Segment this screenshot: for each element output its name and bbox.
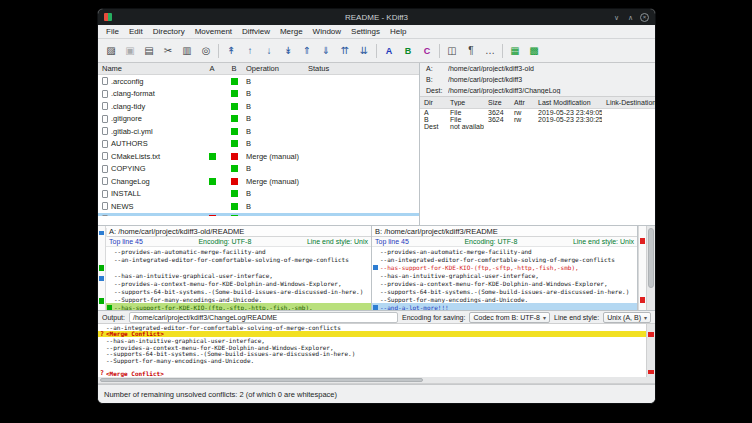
menu-item[interactable]: Window — [308, 27, 346, 36]
column-header-dir[interactable]: Dir — [420, 99, 446, 106]
menu-item[interactable]: Directory — [148, 27, 190, 36]
go-prev-unsolved-conflict-icon[interactable]: ⇈ — [336, 42, 354, 60]
diff-mark — [373, 305, 378, 310]
line-end-select[interactable]: Unix (A, B) ▾ — [603, 312, 651, 323]
column-header-status[interactable]: Status — [308, 64, 419, 73]
file-row[interactable]: .gitignore B — [98, 113, 419, 126]
file-row[interactable]: README Merge (manual) In progress... — [98, 213, 419, 217]
b-state-cell — [222, 103, 246, 110]
chevron-down-icon: ▾ — [543, 314, 546, 321]
go-first-delta-icon[interactable]: ↟ — [222, 42, 240, 60]
menu-item[interactable]: File — [101, 27, 124, 36]
file-row[interactable]: COPYING B — [98, 163, 419, 176]
diff-overview-column[interactable] — [98, 226, 106, 310]
diff-mark — [107, 297, 112, 302]
column-header-type[interactable]: Type — [446, 99, 484, 106]
dir-merge-icon[interactable]: ▩ — [525, 42, 543, 60]
menu-item[interactable]: Edit — [124, 27, 148, 36]
b-state-square — [231, 140, 238, 147]
maximize-button[interactable]: ∧ — [626, 13, 635, 22]
column-header-operation[interactable]: Operation — [246, 64, 308, 73]
dir-rescan-icon[interactable]: ▦ — [506, 42, 524, 60]
file-name-cell: .gitignore — [98, 114, 202, 123]
diff-overview-mark — [99, 298, 104, 304]
word-wrap-icon[interactable]: ¶ — [462, 42, 480, 60]
overflow-menu-icon[interactable]: … — [481, 42, 499, 60]
pane-a-title[interactable]: A: /home/carl/project/kdiff3-old/README — [106, 226, 371, 237]
go-next-unsolved-conflict-icon[interactable]: ⇊ — [355, 42, 373, 60]
column-header-link-destination[interactable]: Link-Destination — [602, 99, 655, 106]
b-state-square — [231, 190, 238, 197]
type-cell: File — [446, 109, 484, 116]
b-state-cell — [222, 140, 246, 147]
operation-cell: B — [246, 202, 308, 211]
copy-icon[interactable]: ▥ — [178, 42, 196, 60]
info-row: B File 3624 rw 2019-05-23 23:30:25 — [420, 116, 655, 123]
column-header-size[interactable]: Size — [484, 99, 510, 106]
split-view-icon[interactable]: ◫ — [443, 42, 461, 60]
pane-b-title[interactable]: B: /home/carl/project/kdiff3/README — [372, 226, 637, 237]
file-icon — [102, 177, 108, 185]
toolbar-file-group: ▨▣▤✂▥◎ — [102, 42, 215, 60]
file-icon — [102, 90, 108, 98]
open-icon[interactable]: ▨ — [102, 42, 120, 60]
code-line: --an-integrated-editor-for-comfortable-s… — [106, 255, 371, 263]
save-icon[interactable]: ▣ — [121, 42, 139, 60]
close-button[interactable]: × — [640, 13, 649, 22]
scrollbar-thumb[interactable] — [100, 378, 423, 382]
column-header-b[interactable]: B — [222, 64, 246, 73]
go-prev-delta-icon[interactable]: ↑ — [241, 42, 259, 60]
column-header-attr[interactable]: Attr — [510, 99, 534, 106]
file-row[interactable]: CMakeLists.txt Merge (manual) — [98, 150, 419, 163]
a-state-square — [209, 165, 216, 172]
print-icon[interactable]: ▤ — [140, 42, 158, 60]
menu-item[interactable]: Settings — [346, 27, 385, 36]
status-bar: Number of remaining unsolved conflicts: … — [98, 384, 655, 403]
choose-a-icon[interactable]: A — [380, 42, 398, 60]
file-icon — [102, 77, 108, 85]
file-row[interactable]: ChangeLog Merge (manual) — [98, 175, 419, 188]
menu-item[interactable]: Help — [385, 27, 411, 36]
go-next-delta-icon[interactable]: ↓ — [260, 42, 278, 60]
output-scrollbar[interactable] — [646, 324, 655, 377]
pane-a-text[interactable]: --provides-an-automatic-merge-facility-a… — [106, 247, 371, 310]
menu-item[interactable]: Diffview — [237, 27, 275, 36]
encoding-select[interactable]: Codec from B: UTF-8 ▾ — [469, 312, 550, 323]
file-row[interactable]: AUTHORS B — [98, 138, 419, 151]
merge-overview-column[interactable] — [638, 226, 646, 310]
toolbar-separator — [502, 44, 503, 58]
a-state-square — [209, 140, 216, 147]
output-line — [98, 364, 646, 371]
pane-b-text[interactable]: --provides-an-automatic-merge-facility-a… — [372, 247, 637, 310]
file-row[interactable]: .clang-tidy B — [98, 100, 419, 113]
file-row[interactable]: INSTALL B — [98, 188, 419, 201]
file-row[interactable]: .gitlab-ci.yml B — [98, 125, 419, 138]
go-next-conflict-icon[interactable]: ⇓ — [317, 42, 335, 60]
output-editor[interactable]: --an-integrated-editor-for-comfortable-s… — [98, 324, 646, 377]
menu-item[interactable]: Merge — [275, 27, 308, 36]
diff-scrollbar[interactable] — [646, 226, 655, 310]
menu-item[interactable]: Movement — [190, 27, 237, 36]
scrollbar-thumb[interactable] — [648, 228, 654, 288]
titlebar[interactable]: README - KDiff3 ∨ ∧ × — [98, 9, 655, 25]
file-row[interactable]: .clang-format B — [98, 88, 419, 101]
path-label: Dest: — [426, 87, 448, 94]
column-header-name[interactable]: Name — [98, 64, 202, 73]
file-row[interactable]: .arcconfig B — [98, 75, 419, 88]
find-icon[interactable]: ◎ — [197, 42, 215, 60]
conflict-overview-mark — [640, 238, 645, 245]
column-header-last-modification[interactable]: Last Modification — [534, 99, 602, 106]
window-controls: ∨ ∧ × — [612, 13, 649, 22]
choose-c-icon[interactable]: C — [418, 42, 436, 60]
file-row[interactable]: NEWS B — [98, 200, 419, 213]
file-name: ChangeLog — [111, 177, 150, 186]
cut-icon[interactable]: ✂ — [159, 42, 177, 60]
code-line: --provides-a-context-menu-for-KDE-Dolphi… — [372, 279, 637, 287]
column-header-a[interactable]: A — [202, 64, 222, 73]
choose-b-icon[interactable]: B — [399, 42, 417, 60]
modified-cell: 2019-05-23 23:30:25 — [534, 116, 602, 123]
kdiff3-app-icon — [104, 13, 112, 21]
go-last-delta-icon[interactable]: ↡ — [279, 42, 297, 60]
horizontal-scrollbar[interactable] — [98, 377, 655, 384]
go-prev-conflict-icon[interactable]: ⇑ — [298, 42, 316, 60]
